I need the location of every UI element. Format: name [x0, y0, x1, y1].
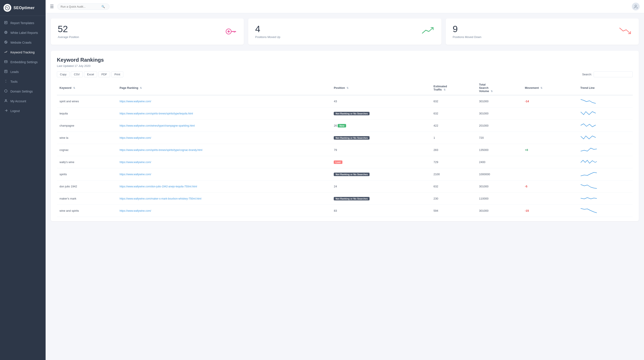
page-ranking-cell: https://www.wallywine.com/ — [117, 132, 331, 144]
print-button[interactable]: Print — [112, 72, 123, 77]
position-badge: Not Ranking or No Searches — [334, 136, 370, 140]
stat-card-left: 4 Positions Moved Up — [255, 24, 280, 39]
page-ranking-link[interactable]: https://www.wallywine.com/spirits-brews/… — [120, 148, 202, 152]
sidebar-item-label: White Label Reports — [10, 31, 38, 34]
traffic-value: 1 — [434, 136, 435, 140]
table-row: spirit and wines https://www.wallywine.c… — [57, 95, 633, 108]
movement-cell: -14 — [522, 95, 578, 108]
page-ranking-cell: https://www.wallywine.com/spirits-brews/… — [117, 144, 331, 156]
page-ranking-link[interactable]: https://www.wallywine.com/spirits-brews/… — [120, 112, 193, 115]
position-cell: Lost — [331, 156, 431, 168]
movement-cell: +8 — [522, 144, 578, 156]
sidebar-item-embedding-settings[interactable]: Embedding Settings — [0, 57, 46, 67]
sidebar-item-website-crawls[interactable]: Website Crawls — [0, 38, 46, 47]
traffic-value: 2100 — [434, 172, 440, 176]
sidebar-item-tools[interactable]: Tools — [0, 77, 46, 86]
position-value: 83 — [334, 209, 337, 212]
page-ranking-cell: https://www.wallywine.com/wines/type/cha… — [117, 120, 331, 132]
svg-point-5 — [5, 32, 6, 33]
logo-icon — [4, 4, 11, 12]
sidebar-item-keyword-tracking[interactable]: Keyword Tracking — [0, 47, 46, 57]
col-total-search-volume[interactable]: TotalSearchVolume ⇅ — [476, 81, 522, 95]
movement-cell — [522, 192, 578, 205]
traffic-cell: 632 — [431, 95, 476, 108]
movement-value: -14 — [525, 100, 529, 103]
sidebar-item-label: My Account — [10, 100, 26, 103]
trend-cell — [578, 180, 633, 192]
sidebar-nav: Report Templates White Label Reports Web… — [0, 16, 46, 360]
traffic-value: 729 — [434, 160, 438, 164]
volume-cell: 301000 — [476, 95, 522, 108]
keyword-cell: maker's mark — [57, 192, 117, 205]
keyword-value: spirits — [60, 172, 67, 176]
movement-cell — [522, 132, 578, 144]
volume-value: 301000 — [479, 100, 488, 103]
keywords-table: Keyword ⇅ Page Ranking ⇅ Position ⇅ Es — [57, 81, 633, 217]
page-ranking-link[interactable]: https://www.wallywine.com/don-julio-1942… — [120, 185, 197, 188]
sidebar-item-domain-settings[interactable]: Domain Settings — [0, 86, 46, 96]
table-title: Keyword Rankings — [57, 57, 633, 63]
table-row: spirits https://www.wallywine.com/ Not R… — [57, 168, 633, 180]
table-search-area: Search: — [582, 72, 633, 77]
traffic-value: 594 — [434, 209, 438, 212]
position-badge: New — [338, 124, 346, 128]
page-ranking-link[interactable]: https://www.wallywine.com/ — [120, 136, 151, 140]
keyword-cell: wine and spirits — [57, 205, 117, 217]
volume-value: 110000 — [479, 197, 488, 200]
excel-button[interactable]: Excel — [84, 72, 97, 77]
copy-button[interactable]: Copy — [57, 72, 70, 77]
pdf-button[interactable]: PDF — [98, 72, 110, 77]
traffic-cell: 632 — [431, 108, 476, 120]
traffic-cell: 594 — [431, 205, 476, 217]
volume-cell: 135000 — [476, 144, 522, 156]
page-ranking-link[interactable]: https://www.wallywine.com/ — [120, 209, 151, 212]
page-ranking-link[interactable]: https://www.wallywine.com/wines/type/cha… — [120, 124, 195, 127]
trend-cell — [578, 156, 633, 168]
keyword-value: don julio 1942 — [60, 185, 77, 188]
traffic-value: 632 — [434, 100, 438, 103]
position-cell: Not Ranking or No Searches — [331, 132, 431, 144]
table-section: Keyword Rankings Last Updated 17 July 20… — [51, 51, 639, 221]
hamburger-icon[interactable]: ☰ — [50, 4, 54, 9]
traffic-value: 230 — [434, 197, 438, 200]
svg-rect-11 — [4, 60, 7, 63]
table-body: spirit and wines https://www.wallywine.c… — [57, 95, 633, 217]
traffic-cell: 230 — [431, 192, 476, 205]
page-ranking-cell: https://www.wallywine.com/ — [117, 205, 331, 217]
position-badge: Not Ranking or No Searches — [334, 197, 370, 200]
report-templates-icon — [4, 21, 8, 25]
search-input[interactable] — [60, 5, 100, 8]
volume-cell: 201000 — [476, 120, 522, 132]
page-ranking-link[interactable]: https://www.wallywine.com/ — [120, 100, 151, 103]
topbar: ☰ 🔍 — [46, 0, 644, 13]
sidebar-item-leads[interactable]: Leads — [0, 67, 46, 77]
user-avatar[interactable] — [632, 2, 640, 10]
positions-up-label: Positions Moved Up — [255, 36, 280, 39]
sidebar-item-my-account[interactable]: My Account — [0, 96, 46, 106]
keyword-cell: tequila — [57, 108, 117, 120]
col-page-ranking[interactable]: Page Ranking ⇅ — [117, 81, 331, 95]
volume-value: 301000 — [479, 185, 488, 188]
col-keyword[interactable]: Keyword ⇅ — [57, 81, 117, 95]
col-estimated-traffic[interactable]: EstimatedTraffic ⇅ — [431, 81, 476, 95]
volume-cell: 720 — [476, 132, 522, 144]
sidebar-item-white-label-reports[interactable]: White Label Reports — [0, 28, 46, 38]
csv-button[interactable]: CSV — [71, 72, 83, 77]
movement-cell: -5 — [522, 180, 578, 192]
traffic-cell: 729 — [431, 156, 476, 168]
volume-value: 1000000 — [479, 172, 490, 176]
col-position[interactable]: Position ⇅ — [331, 81, 431, 95]
stat-card-positions-down: 9 Positions Moved Down — [446, 18, 639, 45]
col-movement[interactable]: Movement ⇅ — [522, 81, 578, 95]
page-ranking-link[interactable]: https://www.wallywine.com/ — [120, 173, 151, 176]
keyword-cell: cognac — [57, 144, 117, 156]
table-search-input[interactable] — [594, 72, 633, 77]
page-ranking-link[interactable]: https://www.wallywine.com/ — [120, 161, 151, 164]
sidebar-item-logout[interactable]: Logout — [0, 106, 46, 116]
sidebar-item-report-templates[interactable]: Report Templates — [0, 18, 46, 28]
stat-card-positions-up: 4 Positions Moved Up — [248, 18, 441, 45]
movement-cell — [522, 156, 578, 168]
traffic-cell: 422 — [431, 120, 476, 132]
traffic-value: 632 — [434, 112, 438, 115]
page-ranking-link[interactable]: https://www.wallywine.com/maker-s-mark-b… — [120, 197, 202, 200]
